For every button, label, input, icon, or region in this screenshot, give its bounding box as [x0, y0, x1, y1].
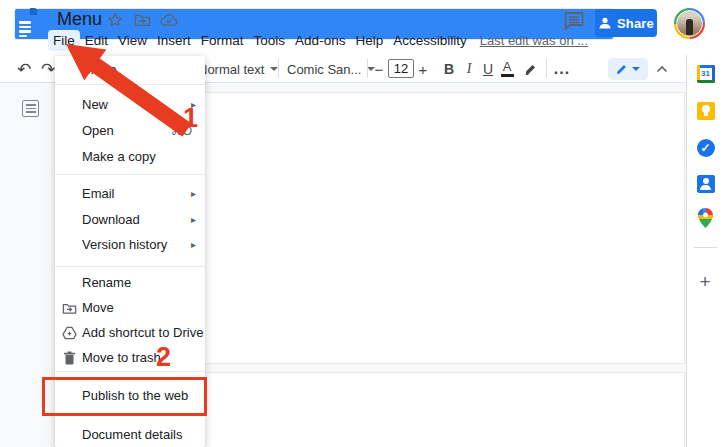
- font-size-input[interactable]: 12: [388, 59, 414, 78]
- file-menu-add-shortcut-to-drive[interactable]: Add shortcut to Drive: [55, 320, 205, 346]
- decrease-font-size-button[interactable]: −: [372, 58, 386, 80]
- move-folder-icon[interactable]: [133, 11, 151, 29]
- underline-button[interactable]: U: [479, 58, 497, 80]
- file-menu-document-details[interactable]: Document details: [55, 422, 205, 447]
- menu-view[interactable]: View: [113, 30, 152, 51]
- font-dropdown[interactable]: Comic San...: [287, 58, 375, 80]
- menu-format[interactable]: Format: [196, 30, 249, 51]
- menu-bar: File Edit View Insert Format Tools Add-o…: [48, 30, 588, 51]
- file-menu-move-to-trash[interactable]: Move to trash: [55, 345, 205, 371]
- file-menu-make-a-copy[interactable]: Make a copy: [55, 144, 205, 170]
- account-avatar[interactable]: [674, 8, 705, 39]
- side-panel-divider: [694, 247, 717, 248]
- star-icon[interactable]: [106, 11, 124, 29]
- bold-button[interactable]: B: [440, 58, 458, 80]
- keep-icon[interactable]: [696, 101, 715, 120]
- menu-tools[interactable]: Tools: [249, 30, 291, 51]
- more-toolbar-options-button[interactable]: ...: [552, 58, 572, 80]
- file-menu-share[interactable]: Share: [55, 57, 205, 83]
- last-edit-link[interactable]: Last edit was on ...: [480, 33, 588, 48]
- menu-insert[interactable]: Insert: [152, 30, 196, 51]
- menu-addons[interactable]: Add-ons: [290, 30, 350, 51]
- chevron-down-icon: [632, 67, 640, 71]
- comments-icon[interactable]: [563, 11, 585, 31]
- italic-button[interactable]: I: [460, 58, 478, 80]
- paragraph-style-dropdown[interactable]: Normal text: [198, 58, 278, 80]
- file-menu-rename[interactable]: Rename: [55, 270, 205, 296]
- step-2-label: 2: [156, 344, 171, 371]
- calendar-icon[interactable]: 31: [696, 64, 715, 83]
- header: Menu File Edit View Insert Format Tools …: [0, 0, 723, 55]
- menu-edit[interactable]: Edit: [80, 30, 113, 51]
- step-1-label: 1: [183, 105, 198, 132]
- collapse-toolbar-icon[interactable]: [653, 58, 671, 80]
- maps-icon[interactable]: [696, 208, 715, 227]
- file-menu-email[interactable]: Email▸: [55, 181, 205, 207]
- submenu-arrow-icon: ▸: [191, 207, 196, 233]
- menu-file[interactable]: File: [48, 30, 80, 51]
- google-docs-window: Menu File Edit View Insert Format Tools …: [0, 0, 723, 447]
- submenu-arrow-icon: ▸: [191, 232, 196, 258]
- document-title[interactable]: Menu: [57, 9, 102, 30]
- increase-font-size-button[interactable]: +: [416, 58, 430, 80]
- folder-move-icon: [61, 300, 77, 316]
- document-outline-icon[interactable]: [22, 100, 39, 117]
- tasks-icon[interactable]: ✓: [696, 138, 715, 157]
- side-panel: 31 ✓ +: [686, 55, 723, 447]
- file-menu-download[interactable]: Download▸: [55, 207, 205, 233]
- file-menu-version-history[interactable]: Version history▸: [55, 232, 205, 258]
- file-menu-move[interactable]: Move: [55, 295, 205, 321]
- trash-icon: [61, 350, 77, 366]
- share-button[interactable]: Share: [595, 9, 657, 37]
- step-2-highlight-box: [42, 377, 207, 416]
- contacts-icon[interactable]: [696, 174, 715, 193]
- submenu-arrow-icon: ▸: [191, 181, 196, 207]
- cloud-saved-icon[interactable]: [160, 11, 178, 29]
- menu-accessibility[interactable]: Accessibility: [388, 30, 472, 51]
- pencil-icon: [616, 63, 628, 75]
- google-docs-logo-icon[interactable]: [14, 8, 37, 40]
- editing-mode-dropdown[interactable]: [608, 58, 648, 80]
- highlight-color-icon[interactable]: [521, 58, 539, 80]
- undo-icon[interactable]: ↶: [14, 58, 34, 80]
- menu-help[interactable]: Help: [350, 30, 388, 51]
- share-person-icon: [598, 17, 612, 29]
- drive-add-icon: [61, 325, 77, 341]
- add-addon-button[interactable]: +: [695, 272, 715, 292]
- text-color-button[interactable]: A: [498, 58, 516, 80]
